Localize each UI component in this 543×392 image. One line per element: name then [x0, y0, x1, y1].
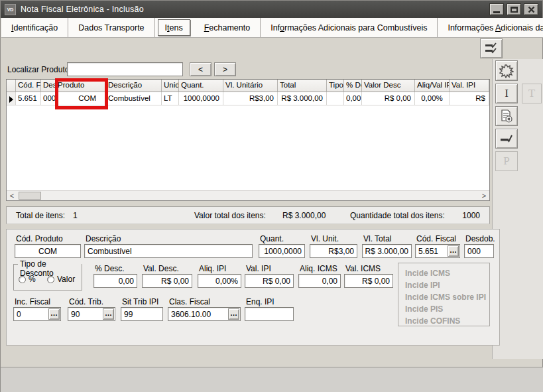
cell-pct-desc[interactable]: 0,00 [344, 92, 362, 105]
scroll-right-arrow[interactable]: > [479, 191, 489, 201]
vl-unit-field[interactable]: R$3,00 [310, 244, 357, 258]
grid-header-aliq-val-ipi[interactable]: Aliq/Val IP [415, 80, 450, 92]
maximize-button[interactable] [507, 3, 521, 15]
confirm-item-button[interactable] [495, 129, 518, 149]
maximize-icon [511, 7, 518, 13]
grid-header-vl-unitario[interactable]: Vl. Unitário [223, 80, 278, 92]
cell-aliq-val-ipi[interactable]: 0,00% [415, 92, 450, 105]
grid-header-tipo[interactable]: Tipo [327, 80, 344, 92]
grid-header-selector [7, 80, 16, 92]
cod-produto-field[interactable]: COM [15, 244, 81, 258]
cell-val-ipi[interactable]: R$ [450, 92, 489, 105]
grid-header-pct-desc[interactable]: % De [344, 80, 362, 92]
total-items-value: 1 [73, 211, 78, 220]
desdob-label: Desdob. [465, 234, 495, 243]
cod-fiscal-browse-button[interactable]: … [448, 245, 459, 257]
sit-trib-ipi-field[interactable]: 99 [121, 307, 163, 321]
sit-trib-ipi-label: Sit Trib IPI [122, 297, 158, 306]
incide-icms: Incide ICMS [405, 267, 489, 279]
val-icms-field[interactable]: R$ 0,00 [344, 274, 393, 288]
cod-fiscal-field[interactable]: 5.651 … [415, 244, 460, 258]
cod-trib-field[interactable]: 90 … [68, 307, 115, 321]
check-line-icon [500, 133, 513, 144]
letter-i-icon: I [505, 87, 509, 100]
cell-desc[interactable]: 000 [41, 92, 56, 105]
scrollbar-thumb[interactable] [19, 192, 41, 200]
val-ipi-label: Val. IPI [246, 264, 271, 273]
check-lines-icon [485, 42, 498, 54]
inc-fiscal-label: Inc. Fiscal [15, 297, 50, 306]
quant-field[interactable]: 1000,0000 [259, 244, 305, 258]
tab-fechamento[interactable]: Fechamento [194, 18, 261, 37]
scroll-left-arrow[interactable]: < [7, 191, 17, 201]
aliq-ipi-field[interactable]: 0,00% [198, 274, 241, 288]
grid-header-cod-f[interactable]: Cód. F [16, 80, 41, 92]
minimize-button[interactable] [489, 3, 504, 15]
total-items-label: Total de itens: [16, 211, 65, 220]
cell-total[interactable]: R$ 3.000,00 [278, 92, 327, 105]
cell-tipo[interactable] [327, 92, 344, 105]
val-icms-label: Val. ICMS [345, 264, 381, 273]
val-desc-label: Val. Desc. [143, 264, 179, 273]
cell-produto[interactable]: COM [56, 92, 106, 105]
grid-header-produto[interactable]: Produto [56, 80, 106, 92]
tab-info-nfe[interactable]: Informações Adicionais da NF-e [438, 18, 543, 37]
grid-header-valor-desc[interactable]: Valor Desc [362, 80, 415, 92]
aliq-icms-label: Aliq. ICMS [300, 264, 337, 273]
table-row[interactable]: 5.651 000 COM Combustível LT 1000,0000 R… [7, 92, 489, 105]
tab-label: Informações [448, 23, 495, 33]
next-item-button[interactable]: > [214, 62, 236, 76]
grid-header-desc[interactable]: Desc [41, 80, 56, 92]
dialog-window: VD Nota Fiscal Eletrônica - Inclusão Ide… [0, 0, 543, 392]
radio-percent[interactable]: % [19, 275, 36, 284]
horizontal-scrollbar[interactable]: < > [7, 190, 489, 200]
total-qty-label: Quantidade total dos itens: [350, 211, 445, 220]
pct-desc-field[interactable]: 0,00 [93, 274, 137, 288]
val-desc-field[interactable]: R$ 0,00 [142, 274, 192, 288]
grid-header-total[interactable]: Total [278, 80, 327, 92]
tab-bar: Identificação Dados Transporte Itens Fec… [1, 18, 543, 38]
letter-t-icon: T [528, 87, 535, 100]
prev-item-button[interactable]: < [190, 62, 211, 76]
cell-descricao[interactable]: Combustível [106, 92, 162, 105]
enq-ipi-field[interactable] [245, 307, 294, 321]
locate-product-input[interactable] [67, 62, 183, 76]
t-button: T [522, 84, 542, 103]
tab-itens[interactable]: Itens [158, 19, 190, 36]
cell-vl-unitario[interactable]: R$3,00 [223, 92, 278, 105]
descricao-field[interactable]: Combustível [84, 244, 253, 258]
quant-label: Quant. [260, 234, 284, 243]
tab-identificacao[interactable]: Identificação [1, 18, 68, 37]
cell-unid[interactable]: LT [162, 92, 179, 105]
cancel-item-button[interactable] [495, 106, 518, 126]
close-button[interactable] [524, 3, 538, 15]
vl-total-label: Vl. Total [363, 234, 391, 243]
clas-fiscal-browse-button[interactable]: … [228, 308, 239, 320]
grid-header-val-ipi[interactable]: Val. IPI [450, 80, 489, 92]
grid-header-row: Cód. F Desc Produto Descrição Unid Quant… [7, 80, 489, 92]
grid-header-descricao[interactable]: Descrição [106, 80, 162, 92]
burst-button[interactable] [495, 60, 518, 81]
bottom-bar: ? [1, 367, 543, 392]
cod-trib-browse-button[interactable]: … [103, 308, 114, 320]
italic-button[interactable]: I [495, 84, 518, 103]
tab-dados-transporte[interactable]: Dados Transporte [68, 18, 154, 37]
grid-header-unid[interactable]: Unid [162, 80, 179, 92]
items-grid: Cód. F Desc Produto Descrição Unid Quant… [6, 79, 490, 201]
inc-fiscal-field[interactable]: 0 … [13, 307, 61, 321]
aliq-icms-field[interactable]: 0,00 [298, 274, 341, 288]
radio-valor[interactable]: Valor [47, 275, 75, 284]
val-ipi-field[interactable]: R$ 0,00 [245, 274, 294, 288]
incide-cofins: Incide COFINS [405, 315, 489, 327]
check-all-items-button[interactable] [480, 38, 503, 58]
inc-fiscal-browse-button[interactable]: … [48, 308, 60, 320]
vl-total-field[interactable]: R$ 3.000,00 [362, 244, 412, 258]
clas-fiscal-field[interactable]: 3606.10.00 … [168, 307, 241, 321]
cell-cod-f[interactable]: 5.651 [16, 92, 41, 105]
total-qty-value: 1000 [462, 211, 480, 220]
grid-header-quant[interactable]: Quant. [179, 80, 223, 92]
desdob-field[interactable]: 000 [464, 244, 494, 258]
cell-quant[interactable]: 1000,0000 [179, 92, 223, 105]
cell-valor-desc[interactable]: R$ 0,00 [362, 92, 415, 105]
tab-info-combustiveis[interactable]: Informações Adicionais para Combustíveis [261, 18, 438, 37]
